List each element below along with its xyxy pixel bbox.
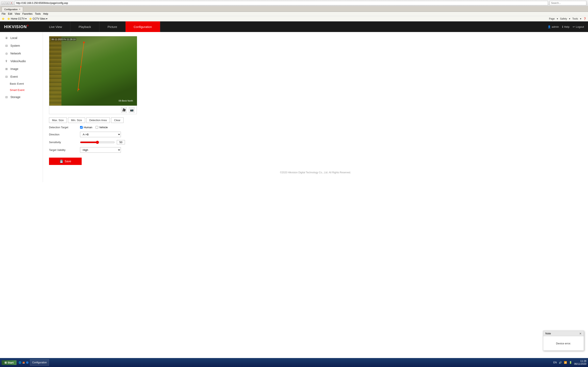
- nav-live-view[interactable]: Live View: [41, 21, 70, 32]
- taskbar-app-button[interactable]: Configuration: [30, 359, 49, 366]
- note-body: Device error.: [543, 336, 584, 350]
- target-validity-row: Target Validity Low Medium High: [49, 147, 582, 153]
- top-navigation: HIKVISION® Live View Playback Picture Co…: [0, 21, 588, 32]
- minimize-button[interactable]: ─: [2, 1, 5, 5]
- sidebar: 🖥 Local ⊟ System ◎ Network 🎙 Video/Audio…: [0, 32, 43, 182]
- event-icon: ⊟: [5, 75, 8, 78]
- content-wrapper: 🖥 Local ⊟ System ◎ Network 🎙 Video/Audio…: [0, 32, 588, 182]
- menu-help[interactable]: Help: [43, 12, 48, 15]
- sidebar-subitem-basic-event[interactable]: Basic Event: [0, 81, 43, 87]
- start-button[interactable]: ⊞ Start: [2, 360, 17, 365]
- browser-favorites-bar: ⭐ ⭐Home CCTV ▾ ⭐CCTV Sites ▾ Page▾ Safet…: [0, 16, 588, 21]
- menu-favorites[interactable]: Favorites: [22, 12, 33, 15]
- note-title: Note: [545, 332, 551, 335]
- human-checkbox-item[interactable]: Human: [80, 126, 92, 129]
- fav-cctv-sites[interactable]: ⭐CCTV Sites ▾: [29, 17, 47, 20]
- menu-tools[interactable]: Tools: [35, 12, 41, 15]
- logout-link[interactable]: ↩ Logout: [573, 25, 584, 28]
- sensitivity-row: Sensitivity: [49, 140, 582, 144]
- fav-home-cctv[interactable]: ⭐Home CCTV ▾: [7, 17, 26, 20]
- menu-edit[interactable]: Edit: [8, 12, 12, 15]
- battery-icon: 🔋: [569, 361, 572, 364]
- nav-picture[interactable]: Picture: [99, 21, 126, 32]
- help-link[interactable]: ℹ Help: [562, 25, 570, 28]
- target-validity-label: Target Validity: [49, 149, 78, 151]
- help-icon[interactable]: ❓: [583, 17, 586, 20]
- browser-search-input[interactable]: [550, 1, 586, 5]
- record-button[interactable]: 🎥: [121, 107, 127, 113]
- sensitivity-value-input[interactable]: [117, 140, 125, 144]
- clear-button[interactable]: Clear: [111, 117, 123, 123]
- note-close-button[interactable]: ✕: [579, 332, 582, 335]
- note-popup: Note ✕ Device error.: [543, 331, 584, 351]
- browser-tab[interactable]: Configuration ✕: [2, 7, 23, 12]
- network-tray-icon: 📶: [564, 361, 567, 364]
- favorites-icon: ⭐: [2, 17, 5, 20]
- grass-decoration: [61, 36, 137, 106]
- note-message: Device error.: [556, 342, 571, 345]
- main-content: 09-Beck North 06-11-2020 Fri 11:28:10 🎥 …: [43, 32, 588, 182]
- camera-feed: 09-Beck North 06-11-2020 Fri 11:28:10: [49, 36, 137, 106]
- windows-icon: ⊞: [4, 361, 7, 364]
- volume-icon: 🔊: [559, 361, 562, 364]
- edge-icon: 🔵: [26, 361, 29, 364]
- toolbar-page[interactable]: Page: [549, 17, 555, 20]
- max-size-button[interactable]: Max. Size: [49, 117, 67, 123]
- language-indicator: EN: [553, 361, 557, 364]
- footer-text: ©2020 Hikvision Digital Technology Co., …: [49, 171, 582, 178]
- human-checkbox[interactable]: [80, 126, 83, 129]
- sidebar-subitem-smart-event[interactable]: Smart Event: [0, 87, 43, 93]
- admin-user[interactable]: 👤 admin: [548, 25, 559, 28]
- tab-title: Configuration: [4, 8, 17, 11]
- firefox-icon: 🦊: [22, 361, 25, 364]
- taskbar-right: EN 🔊 📶 🔋 11:28 06/11/2020: [553, 360, 586, 365]
- sidebar-item-event[interactable]: ⊟ Event: [0, 73, 43, 81]
- direction-label: Direction: [49, 133, 78, 136]
- storage-icon: ⊟: [5, 95, 8, 99]
- network-icon: ◎: [5, 52, 8, 55]
- sensitivity-label: Sensitivity: [49, 141, 78, 144]
- tab-close-button[interactable]: ✕: [19, 8, 20, 10]
- vehicle-checkbox-item[interactable]: Vehicle: [95, 126, 108, 129]
- sidebar-item-storage[interactable]: ⊟ Storage: [0, 93, 43, 101]
- config-controls: Max. Size Min. Size Detection Area Clear…: [49, 117, 582, 165]
- sidebar-item-image[interactable]: ⊞ Image: [0, 65, 43, 73]
- browser-window-controls: ─ □ ✕: [2, 1, 13, 5]
- vehicle-checkbox[interactable]: [95, 126, 98, 129]
- min-size-button[interactable]: Min. Size: [68, 117, 85, 123]
- sensitivity-slider[interactable]: [80, 141, 115, 144]
- browser-tabbar: Configuration ✕: [0, 6, 588, 12]
- snapshot-button[interactable]: 📷: [129, 107, 135, 113]
- image-icon: ⊞: [5, 67, 8, 71]
- address-bar[interactable]: http://192.168.0.250:65009/doc/page/conf…: [15, 1, 548, 5]
- detection-area-button[interactable]: Detection Area: [86, 117, 110, 123]
- sidebar-item-network[interactable]: ◎ Network: [0, 50, 43, 57]
- browser-titlebar: ─ □ ✕ http://192.168.0.250:65009/doc/pag…: [0, 0, 588, 6]
- detection-target-label: Detection Target: [49, 126, 78, 129]
- logout-icon: ↩: [573, 25, 575, 28]
- system-icon: ⊟: [5, 44, 8, 48]
- browser-menubar: File Edit View Favorites Tools Help: [0, 12, 588, 16]
- help-circle-icon: ℹ: [562, 25, 563, 28]
- nav-playback[interactable]: Playback: [70, 21, 99, 32]
- target-validity-select[interactable]: Low Medium High: [80, 147, 121, 153]
- nav-configuration[interactable]: Configuration: [126, 21, 160, 32]
- maximize-button[interactable]: □: [6, 1, 9, 5]
- nav-right-controls: 👤 admin ℹ Help ↩ Logout: [544, 25, 588, 28]
- detection-target-checkboxes: Human Vehicle: [80, 126, 108, 129]
- save-button[interactable]: 💾 Save: [49, 158, 82, 165]
- direction-row: Direction A->B A<-B A<->B: [49, 132, 582, 137]
- sidebar-item-video-audio[interactable]: 🎙 Video/Audio: [0, 57, 43, 65]
- camera-view-container: 09-Beck North 06-11-2020 Fri 11:28:10 🎥 …: [49, 36, 137, 114]
- close-button[interactable]: ✕: [10, 1, 13, 5]
- taskbar-clock: 11:28 06/11/2020: [574, 360, 586, 365]
- taskbar: ⊞ Start 🌐 🦊 🔵 Configuration EN 🔊 📶 🔋 11:…: [0, 358, 588, 367]
- menu-file[interactable]: File: [2, 12, 6, 15]
- toolbar-tools[interactable]: Tools: [572, 17, 578, 20]
- direction-select[interactable]: A->B A<-B A<->B: [80, 132, 121, 137]
- toolbar-safety[interactable]: Safety: [560, 17, 567, 20]
- sidebar-item-system[interactable]: ⊟ System: [0, 42, 43, 50]
- menu-view[interactable]: View: [15, 12, 20, 15]
- sidebar-item-local[interactable]: 🖥 Local: [0, 34, 43, 42]
- clock-time: 11:28: [574, 360, 586, 363]
